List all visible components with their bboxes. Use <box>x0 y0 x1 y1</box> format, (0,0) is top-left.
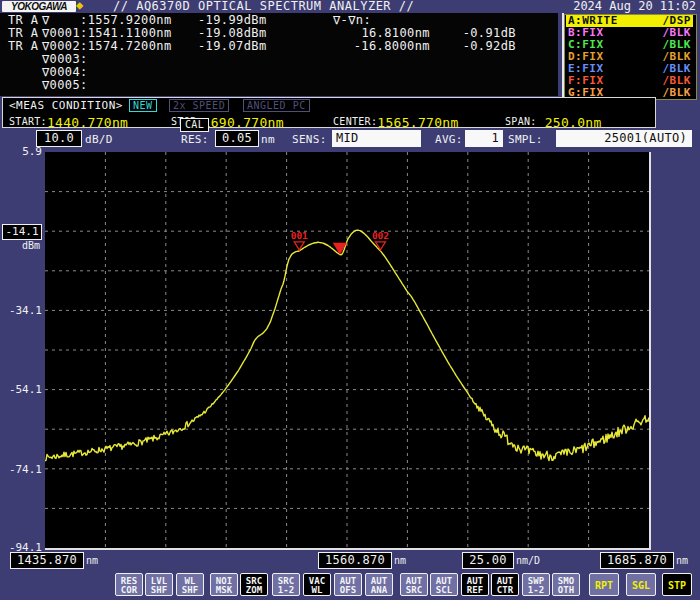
marker-data-panel: TR A∇ :1557.9200nm-19.99dBm∇-∇n:TR A∇000… <box>0 13 558 96</box>
sensitivity-field[interactable]: MID <box>332 130 421 147</box>
trace-status-panel: A:WRITE/DSPB:FIX/BLKC:FIX/BLKD:FIX/BLKE:… <box>564 14 697 100</box>
softkey-aut-ana[interactable]: AUTANA <box>365 573 393 596</box>
softkey-aut-scl[interactable]: AUTSCL <box>430 573 458 596</box>
button-rpt[interactable]: RPT <box>589 573 619 596</box>
x-div-unit: nm/D <box>516 555 540 566</box>
y-axis-unit: dBm <box>0 240 40 251</box>
badge-angled-pc: ANGLED PC <box>243 99 310 112</box>
span-value: 250.0nm <box>537 115 602 130</box>
trace-mode: /BLK <box>663 87 692 99</box>
softkey-lvl-shf[interactable]: LVLSHF <box>145 573 173 596</box>
x-start-unit: nm <box>86 555 98 566</box>
x-center-unit: nm <box>394 555 406 566</box>
start-wavelength: START:1440.770nm <box>9 112 128 126</box>
datetime: 2024 Aug 20 11:02 <box>573 0 696 13</box>
res-label: RES: <box>181 133 209 146</box>
badge-new: NEW <box>129 99 157 112</box>
level-scale-field[interactable]: 10.0 <box>36 130 82 147</box>
trace-name: TR A <box>8 40 39 53</box>
smpl-label: SMPL: <box>508 133 543 146</box>
span-label: SPAN: <box>505 116 537 127</box>
res-unit: nm <box>261 133 275 146</box>
page-title: // AQ6370D OPTICAL SPECTRUM ANALYZER // <box>113 0 414 13</box>
peak-marker-label: 002 <box>372 230 389 241</box>
softkey-swp-1-2[interactable]: SWP1-2 <box>522 573 550 596</box>
button-stp[interactable]: STP <box>662 573 692 596</box>
x-stop-box: 1685.870 <box>600 552 674 569</box>
resolution-field[interactable]: 0.05 <box>215 130 259 147</box>
x-start-box: 1435.870 <box>10 552 84 569</box>
peak-marker-002-icon <box>375 242 385 250</box>
softkey-src-zom[interactable]: SRCZOM <box>240 573 268 596</box>
x-center-box: 1560.870 <box>318 552 392 569</box>
marker-table-row: ∇0005: <box>0 79 558 92</box>
meas-condition-title: <MEAS CONDITION> <box>9 100 123 112</box>
softkey-aut-ctr[interactable]: AUTCTR <box>491 573 519 596</box>
start-label: START: <box>9 116 47 127</box>
delta-wavelength: -16.8000nm <box>330 40 430 53</box>
x-div-box: 25.00 <box>462 552 514 569</box>
softkey-smo-oth[interactable]: SMOOTH <box>552 573 580 596</box>
y-axis-label: 5.9 <box>0 146 42 158</box>
spectrum-plot: 001002 <box>45 152 649 548</box>
y-axis-label: -34.1 <box>0 305 42 317</box>
center-wavelength: CENTER:1565.770nm <box>333 112 459 126</box>
sampling-field[interactable]: 25001(AUTO) <box>556 130 692 147</box>
meas-condition-panel: <MEAS CONDITION> NEW 2x SPEED ANGLED PC … <box>2 97 656 128</box>
softkey-src-1-2[interactable]: SRC1-2 <box>272 573 300 596</box>
osa-screen: YOKOGAWA ◆ // AQ6370D OPTICAL SPECTRUM A… <box>0 0 700 600</box>
stop-value: 1690.770nm <box>203 115 284 130</box>
softkey-aut-ofs[interactable]: AUTOFS <box>334 573 362 596</box>
button-sgl[interactable]: SGL <box>626 573 656 596</box>
softkey-wl-shf[interactable]: WLSHF <box>176 573 204 596</box>
peak-marker-label: 001 <box>291 230 308 241</box>
spectrum-plot-area[interactable]: 001002 <box>45 152 651 550</box>
center-value: 1565.770nm <box>377 115 458 130</box>
badge-2x-speed: 2x SPEED <box>169 99 229 112</box>
softkey-aut-src[interactable]: AUTSRC <box>400 573 428 596</box>
marker-level: -19.07dBm <box>198 40 267 53</box>
marker-id-wavelength: ∇0005: <box>42 79 88 92</box>
logo-diamond-icon: ◆ <box>76 0 83 12</box>
avg-label: AVG: <box>435 133 463 146</box>
softkey-vac-wl[interactable]: VACWL <box>303 573 331 596</box>
level-scale-unit: dB/D <box>85 133 113 146</box>
softkey-res-cor[interactable]: RESCOR <box>115 573 143 596</box>
delta-level: -0.92dB <box>438 40 516 53</box>
start-value: 1440.770nm <box>47 115 128 130</box>
ref-level-box: -14.1 <box>2 224 42 240</box>
y-axis-label: -74.1 <box>0 464 42 476</box>
y-axis-label: -54.1 <box>0 384 42 396</box>
softkey-noi-msk[interactable]: NOIMSK <box>210 573 238 596</box>
x-stop-unit: nm <box>676 555 688 566</box>
sens-label: SENS: <box>292 133 327 146</box>
average-field[interactable]: 1 <box>465 130 503 147</box>
center-label: CENTER: <box>333 116 377 127</box>
yokogawa-logo: YOKOGAWA <box>2 1 76 12</box>
span-setting: SPAN: 250.0nm <box>505 112 602 126</box>
cal-indicator: CAL <box>180 118 209 132</box>
softkey-aut-ref[interactable]: AUTREF <box>461 573 489 596</box>
